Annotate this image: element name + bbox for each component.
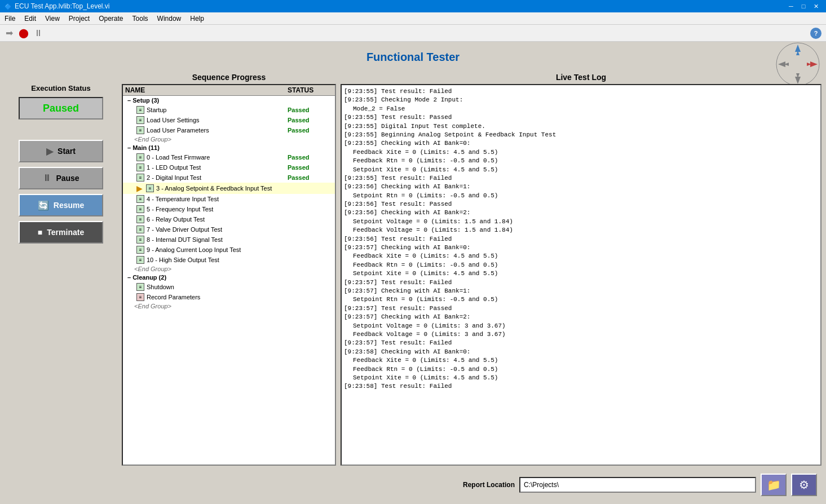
seq-item-status: Passed: [288, 154, 333, 161]
seq-item-record-params[interactable]: ≡ Record Parameters: [125, 293, 288, 302]
log-line: [9:23:56] Checking with AI Bank=1:: [344, 183, 818, 191]
seq-item-7[interactable]: ≡ 7 - Valve Driver Output Test: [125, 225, 288, 234]
seq-item-icon: ≡: [136, 256, 144, 264]
seq-item-icon: ≡: [136, 236, 144, 244]
stop-button[interactable]: ⬤: [17, 26, 30, 40]
terminate-label: Terminate: [47, 228, 84, 237]
menu-help[interactable]: Help: [185, 12, 209, 24]
resume-button[interactable]: 🔄 Resume: [19, 194, 103, 216]
log-line: [9:23:55] Checking with AI Bank=0:: [344, 139, 818, 148]
execution-status-value: Paused: [43, 103, 79, 114]
table-row[interactable]: ≡ 7 - Valve Driver Output Test: [123, 224, 335, 235]
seq-item-2[interactable]: ≡ 2 - Digital Input Test: [125, 173, 288, 182]
run-arrow-button[interactable]: ➡: [2, 26, 16, 40]
log-line: [9:23:58] Test result: Failed: [344, 382, 818, 391]
log-line: Setpoint Rtn = 0 (Limits: -0.5 and 0.5): [344, 295, 818, 304]
seq-item-icon: ≡: [136, 226, 144, 233]
seq-item-label: 7 - Valve Driver Output Test: [147, 226, 222, 233]
seq-item-label: 0 - Load Test Firmware: [147, 154, 210, 161]
page-title: Functional Tester: [5, 51, 821, 64]
start-label: Start: [58, 147, 76, 156]
seq-item-icon: ≡: [136, 246, 144, 254]
title-bar-controls[interactable]: ─ □ ✕: [785, 1, 821, 12]
seq-item-4[interactable]: ≡ 4 - Temperature Input Test: [125, 194, 288, 204]
table-row[interactable]: ≡ 0 - Load Test Firmware Passed: [123, 152, 335, 162]
log-line: Setpoint Voltage = 0 (Limits: 3 and 3.67…: [344, 322, 818, 330]
seq-item-load-user-settings[interactable]: ≡ Load User Settings: [125, 116, 288, 125]
window-title: ECU Test App.lvlib:Top_Level.vi: [15, 2, 110, 10]
folder-icon: 📁: [767, 478, 781, 492]
group-cleanup: – Cleanup (2): [123, 273, 335, 282]
table-row[interactable]: ≡ 2 - Digital Input Test Passed: [123, 173, 335, 183]
table-row[interactable]: ≡ Load User Parameters Passed: [123, 125, 335, 135]
menu-window[interactable]: Window: [153, 12, 186, 24]
seq-item-5[interactable]: ≡ 5 - Frequency Input Test: [125, 205, 288, 214]
table-row[interactable]: ≡ Startup Passed: [123, 105, 335, 115]
seq-item-label: Record Parameters: [147, 294, 200, 300]
table-row[interactable]: ≡ 10 - High Side Output Test: [123, 255, 335, 265]
log-line: Feedback Xite = 0 (Limits: 4.5 and 5.5): [344, 148, 818, 157]
help-button[interactable]: ?: [810, 28, 821, 39]
log-line: [9:23:55] Checking Mode 2 Input:: [344, 96, 818, 104]
seq-item-shutdown[interactable]: ≡ Shutdown: [125, 282, 288, 291]
seq-item-label: 10 - High Side Output Test: [147, 257, 219, 263]
seq-item-status: Passed: [288, 164, 333, 171]
menu-bar: File Edit View Project Operate Tools Win…: [0, 12, 826, 25]
minimize-button[interactable]: ─: [785, 1, 797, 12]
settings-button[interactable]: ⚙: [791, 474, 817, 496]
log-line: [9:23:55] Digital Input Test complete.: [344, 122, 818, 131]
log-line: [9:23:56] Test result: Passed: [344, 200, 818, 209]
log-area[interactable]: [9:23:55] Test result: Failed [9:23:55] …: [341, 84, 821, 466]
close-button[interactable]: ✕: [810, 1, 821, 12]
seq-item-9[interactable]: ≡ 9 - Analog Current Loop Input Test: [125, 245, 288, 254]
menu-tools[interactable]: Tools: [128, 12, 153, 24]
log-line: Feedback Xite = 0 (Limits: 4.5 and 5.5): [344, 356, 818, 365]
sequence-table[interactable]: NAME STATUS – Setup (3) ≡ Startup Passed…: [122, 84, 336, 466]
menu-file[interactable]: File: [0, 12, 20, 24]
table-row[interactable]: ≡ 1 - LED Output Test Passed: [123, 162, 335, 173]
table-row[interactable]: ≡ Shutdown: [123, 282, 335, 292]
table-row[interactable]: ≡ 5 - Frequency Input Test: [123, 204, 335, 214]
seq-item-status: Passed: [288, 107, 333, 113]
log-line: [9:23:56] Test result: Failed: [344, 235, 818, 244]
seq-item-6[interactable]: ≡ 6 - Relay Output Test: [125, 215, 288, 224]
menu-project[interactable]: Project: [64, 12, 94, 24]
pause-button[interactable]: ⏸: [32, 26, 45, 40]
seq-item-startup[interactable]: ≡ Startup: [125, 105, 288, 114]
seq-item-8[interactable]: ≡ 8 - Internal DUT Signal Test: [125, 235, 288, 244]
menu-view[interactable]: View: [41, 12, 64, 24]
folder-button[interactable]: 📁: [761, 474, 787, 496]
seq-item-3[interactable]: ▶ ≡ 3 - Analog Setpoint & Feedback Input…: [125, 183, 288, 193]
table-row[interactable]: ≡ Record Parameters: [123, 292, 335, 302]
table-row[interactable]: ≡ 9 - Analog Current Loop Input Test: [123, 245, 335, 255]
seq-item-label: Load User Parameters: [147, 127, 209, 134]
seq-item-status: Passed: [288, 117, 333, 123]
table-row[interactable]: ≡ 6 - Relay Output Test: [123, 214, 335, 224]
maximize-button[interactable]: □: [798, 1, 809, 12]
seq-item-load-user-params[interactable]: ≡ Load User Parameters: [125, 126, 288, 135]
log-line: [9:23:58] Checking with AI Bank=0:: [344, 348, 818, 356]
log-line: Feedback Rtn = 0 (Limits: -0.5 and 0.5): [344, 157, 818, 165]
compass-widget[interactable]: [775, 42, 820, 87]
log-line: [9:23:57] Checking with AI Bank=1:: [344, 287, 818, 295]
seq-item-10[interactable]: ≡ 10 - High Side Output Test: [125, 255, 288, 264]
report-location-input[interactable]: [519, 477, 756, 493]
seq-item-icon: ≡: [136, 293, 144, 301]
table-row[interactable]: ≡ Load User Settings Passed: [123, 115, 335, 125]
terminate-button[interactable]: ■ Terminate: [19, 221, 103, 244]
pause-ctrl-button[interactable]: ⏸ Pause: [19, 167, 103, 189]
seq-item-label: 1 - LED Output Test: [147, 164, 201, 171]
start-button[interactable]: ▶ Start: [19, 140, 103, 162]
seq-item-icon: ≡: [136, 205, 144, 213]
menu-operate[interactable]: Operate: [94, 12, 127, 24]
table-row[interactable]: ≡ 8 - Internal DUT Signal Test: [123, 235, 335, 245]
seq-item-1[interactable]: ≡ 1 - LED Output Test: [125, 163, 288, 172]
seq-header: NAME STATUS: [123, 85, 335, 96]
menu-edit[interactable]: Edit: [20, 12, 41, 24]
log-line: Feedback Voltage = 0 (Limits: 3 and 3.67…: [344, 330, 818, 339]
seq-item-0[interactable]: ≡ 0 - Load Test Firmware: [125, 153, 288, 162]
seq-item-label: 4 - Temperature Input Test: [147, 196, 219, 202]
table-row[interactable]: ▶ ≡ 3 - Analog Setpoint & Feedback Input…: [123, 183, 335, 194]
log-line: [9:23:55] Test result: Failed: [344, 87, 818, 96]
table-row[interactable]: ≡ 4 - Temperature Input Test: [123, 194, 335, 204]
